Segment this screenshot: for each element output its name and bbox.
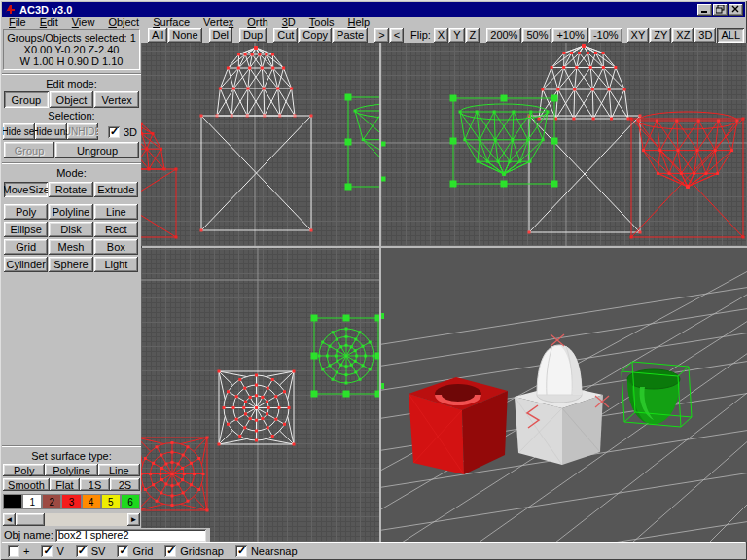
mode-cylinder-button[interactable]: Cylinder [4,257,48,272]
viewport-xz-top[interactable] [141,248,379,542]
info-size: W 1.00 H 0.90 D 1.10 [4,55,139,67]
toolbar: AllNoneDelDupCutCopyPaste><Flip:XYZ200%5… [142,27,745,43]
toolbar-dup-button[interactable]: Dup [239,28,267,43]
close-button[interactable] [729,4,743,16]
shade-smooth-button[interactable]: Smooth [3,478,50,491]
info-position: X0.00 Y-0.20 Z-2.40 [4,44,139,55]
statusbar-checkbox-grid[interactable] [117,545,128,557]
app-icon [4,4,17,16]
toolbar-all-button[interactable]: All [148,28,167,43]
viewport-xy-front[interactable] [141,43,379,246]
viewport-3d[interactable] [381,248,747,542]
flip-x-button[interactable]: X [434,28,448,43]
statusbar-checkbox-sv[interactable] [76,545,88,557]
scrollbar-track[interactable] [45,513,127,526]
mode-grid-button[interactable]: Grid [4,239,48,255]
unhide-button[interactable]: UNHIDE [67,123,98,140]
shade-2s-button[interactable]: 2S [110,478,140,491]
obj-name-row: Obj name: [2,528,210,542]
zoom-50-button[interactable]: 50% [522,28,551,43]
minimize-button[interactable] [697,4,712,16]
surftype-line-button[interactable]: Line [98,464,140,476]
statusbar-checkbox-gridsnap[interactable] [164,545,176,557]
mode-movesize-button[interactable]: MoveSize [4,182,48,197]
toolbar-del-button[interactable]: Del [209,28,233,43]
separator [2,162,141,164]
mode-mesh-button[interactable]: Mesh [49,239,92,255]
selection-ungroup-button[interactable]: Ungroup [55,142,139,158]
statusbar-checkbox-nearsnap[interactable] [235,545,247,557]
restore-button[interactable] [713,4,728,16]
editmode-group-button[interactable]: Group [4,91,49,108]
mode-ellipse-button[interactable]: Ellipse [4,222,48,237]
hide-uns-button[interactable]: Hide uns [35,123,67,140]
zoom-200-button[interactable]: 200% [486,28,521,43]
3d-checkbox[interactable] [108,126,120,138]
window-title: AC3D v3.0 [19,4,696,16]
mode-sphere-button[interactable]: Sphere [49,257,92,272]
palette-swatch-3[interactable]: 3 [61,494,81,509]
surface-type-label: Set surface type: [2,450,141,462]
flip-z-button[interactable]: Z [466,28,480,43]
statusbar-label-grid: Grid [132,545,153,557]
mode-grid: MoveSizeRotateExtrudePolyPolylineLineEll… [2,180,141,273]
mode-light-button[interactable]: Light [94,257,138,272]
mode-line-button[interactable]: Line [94,204,138,220]
zoom-10-button[interactable]: -10% [589,28,622,43]
selection-group-button[interactable]: Group [4,142,54,158]
statusbar-label-nearsnap: Nearsnap [251,545,298,557]
palette-swatch-4[interactable]: 4 [82,494,101,509]
flip-y-button[interactable]: Y [449,28,464,43]
obj-name-input[interactable] [55,529,206,542]
statusbar-checkbox-item[interactable] [8,545,19,557]
mode-poly-button[interactable]: Poly [4,204,48,220]
view-all-button[interactable]: ALL [717,28,744,43]
palette-swatch-1[interactable]: 1 [22,494,42,509]
zoom-10-button[interactable]: +10% [552,28,587,43]
view-3d-button[interactable]: 3D [694,28,716,43]
selection-info-box: Groups/Objects selected: 1 X0.00 Y-0.20 … [3,29,140,70]
info-selected: Groups/Objects selected: 1 [4,32,139,44]
mode-disk-button[interactable]: Disk [49,222,92,237]
mode-rotate-button[interactable]: Rotate [49,182,92,197]
viewport-area [141,43,747,542]
statusbar-checkbox-v[interactable] [41,545,53,557]
mode-polyline-button[interactable]: Polyline [49,204,92,220]
editmode-vertex-button[interactable]: Vertex [94,91,139,108]
mode-label: Mode: [2,167,141,179]
view-xy-button[interactable]: XY [627,28,650,43]
shade-1s-button[interactable]: 1S [80,478,110,491]
toolbar-copy-button[interactable]: Copy [299,28,332,43]
surftype-poly-button[interactable]: Poly [3,464,45,476]
palette-swatch-6[interactable]: 6 [121,494,140,509]
statusbar-label-gridsnap: Gridsnap [180,545,224,557]
shade-flat-button[interactable]: Flat [50,478,80,491]
viewport-zy-side[interactable] [381,43,747,246]
title-bar[interactable]: AC3D v3.0 [2,2,745,17]
3d-checkbox-label: 3D [124,126,137,138]
flip-label: Flip: [410,29,431,41]
scroll-left-icon[interactable]: ◄ [3,513,16,526]
toolbar-paste-button[interactable]: Paste [333,28,368,43]
palette-swatch-0[interactable] [3,494,22,509]
edit-mode-label: Edit mode: [2,78,141,89]
toolbar-cut-button[interactable]: Cut [273,28,298,43]
surftype-polyline-button[interactable]: Polyline [45,464,97,476]
statusbar-label-sv: SV [91,545,106,557]
palette-swatch-5[interactable]: 5 [101,494,121,509]
view-zy-button[interactable]: ZY [650,28,671,43]
mode-rect-button[interactable]: Rect [94,222,138,237]
scroll-right-icon[interactable]: ► [127,513,140,526]
mode-box-button[interactable]: Box [94,239,138,255]
palette-swatch-2[interactable]: 2 [42,494,61,509]
color-palette: 123456 [3,494,140,509]
mode-extrude-button[interactable]: Extrude [94,182,138,197]
edit-mode-buttons: GroupObjectVertex [4,91,139,108]
toolbar-none-button[interactable]: None [168,28,201,43]
toolbar-item-button[interactable]: > [374,28,388,43]
view-xz-button[interactable]: XZ [672,28,694,43]
hide-sel-button[interactable]: Hide sel [3,123,35,140]
toolbar-item-button[interactable]: < [390,28,404,43]
editmode-object-button[interactable]: Object [50,91,94,108]
scrollbar-thumb[interactable] [16,513,45,526]
